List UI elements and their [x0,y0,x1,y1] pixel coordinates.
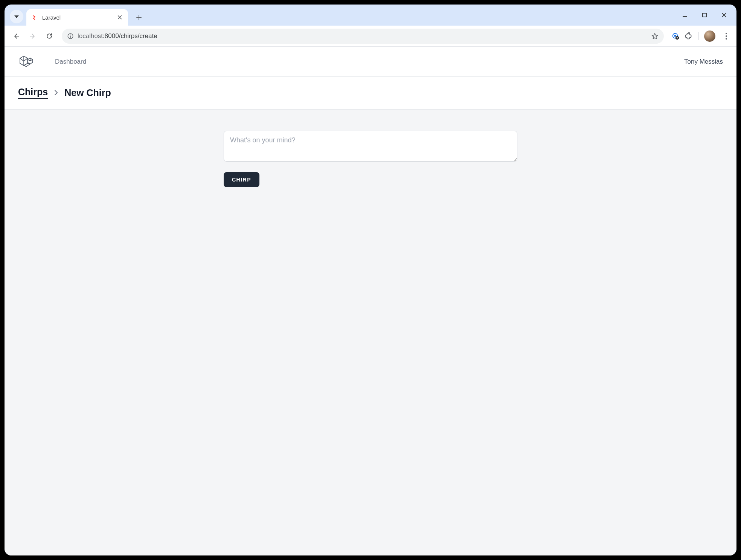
profile-avatar[interactable] [704,31,715,42]
url-host: localhost [78,32,103,40]
dot-icon [726,38,727,40]
chirp-submit-button[interactable]: Chirp [224,172,259,187]
minimize-icon [682,12,688,18]
star-icon [651,32,659,40]
chevron-right-icon [53,90,59,96]
close-window-button[interactable] [718,9,730,21]
new-tab-button[interactable] [133,12,145,23]
browser-menu-button[interactable] [721,33,732,40]
maximize-icon [702,12,707,18]
close-tab-button[interactable] [117,14,123,20]
plus-icon [136,15,142,20]
extension-icons [671,31,732,42]
back-button[interactable] [9,29,23,43]
page-content: Dashboard Tony Messias Chirps New Chirp … [5,47,736,555]
tab-title: Laravel [42,14,113,21]
arrow-right-icon [29,32,37,40]
nav-user-menu[interactable]: Tony Messias [684,58,723,66]
url-text: localhost:8000/chirps/create [78,32,157,40]
tab-search-button[interactable] [10,10,23,23]
chirp-form: Chirp [224,131,517,187]
forward-button[interactable] [26,29,40,43]
reload-icon [46,32,53,40]
puzzle-icon [685,32,693,40]
chevron-down-icon [14,15,19,18]
url-path: /chirps/create [119,32,157,40]
svg-point-2 [70,34,71,35]
svg-rect-0 [703,13,706,17]
maximize-button[interactable] [699,9,710,21]
bookmark-button[interactable] [651,32,659,40]
breadcrumb-current: New Chirp [64,87,111,98]
extension-eye-button[interactable] [671,32,680,40]
url-port: :8000 [103,32,119,40]
chirp-message-input[interactable] [224,131,517,162]
close-icon [117,15,122,20]
extensions-menu-button[interactable] [685,32,693,40]
svg-point-4 [674,35,676,37]
reload-button[interactable] [42,29,56,43]
site-info-icon[interactable] [67,33,74,40]
arrow-left-icon [12,32,20,40]
nav-dashboard-link[interactable]: Dashboard [55,58,86,66]
breadcrumb-root-link[interactable]: Chirps [18,87,48,99]
address-bar-row: localhost:8000/chirps/create [5,26,736,47]
tabstrip: Laravel [5,5,736,26]
form-container: Chirp [5,110,736,208]
dot-icon [726,33,727,34]
toolbar-divider [698,32,699,40]
breadcrumb: Chirps New Chirp [5,77,736,110]
laravel-favicon-icon [32,14,38,21]
window-controls [679,5,733,26]
browser-tab[interactable]: Laravel [26,9,128,26]
address-bar[interactable]: localhost:8000/chirps/create [62,29,664,44]
svg-rect-6 [677,37,678,38]
close-icon [721,12,727,18]
eye-lock-icon [671,32,680,40]
laravel-logo-icon[interactable] [18,54,34,70]
app-navbar: Dashboard Tony Messias [5,47,736,77]
minimize-button[interactable] [679,9,691,21]
browser-window: Laravel [5,5,736,555]
dot-icon [726,35,727,37]
